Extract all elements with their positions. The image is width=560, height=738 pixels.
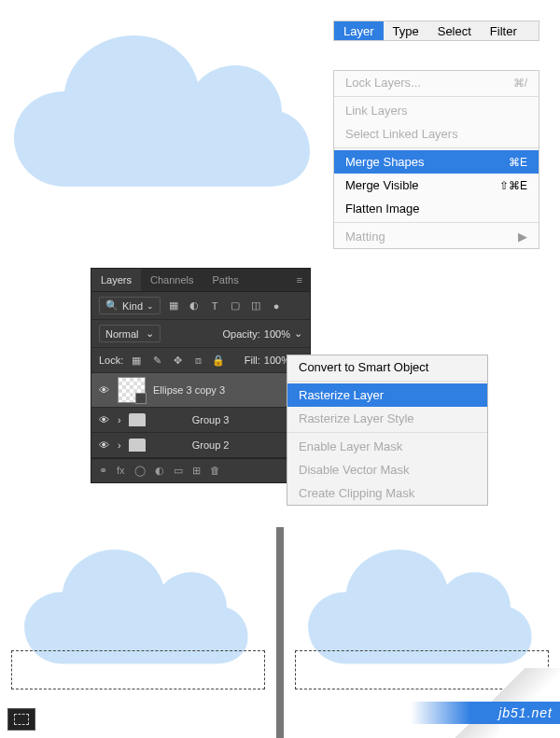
trash-icon[interactable]: 🗑	[210, 465, 220, 477]
visibility-icon[interactable]: 👁	[97, 439, 110, 451]
menu-matting: Matting▶	[334, 225, 539, 248]
tab-paths[interactable]: Paths	[203, 269, 248, 291]
menu-layer[interactable]: Layer	[334, 21, 384, 40]
ctx-disable-vector-mask: Disable Vector Mask	[287, 458, 487, 481]
ctx-convert-smart-object[interactable]: Convert to Smart Object	[287, 355, 487, 379]
layer-thumbnail[interactable]	[118, 377, 146, 403]
layer-group-3[interactable]: 👁 › Group 3	[91, 408, 310, 433]
adjustment-icon[interactable]: ◐	[155, 465, 164, 477]
layer-group-2[interactable]: 👁 › Group 2	[91, 433, 310, 458]
layer-name: Group 2	[192, 439, 230, 451]
lock-brush-icon[interactable]: ✎	[149, 353, 164, 368]
tab-layers[interactable]: Layers	[91, 269, 141, 291]
panel-menu-icon[interactable]: ≡	[289, 269, 310, 291]
group-icon[interactable]: ▭	[174, 465, 183, 477]
filter-smart-icon[interactable]: ◫	[248, 299, 263, 313]
lock-artboard-icon[interactable]: ⧈	[190, 353, 205, 368]
fx-icon[interactable]: fx	[117, 465, 125, 477]
app-menubar: Layer Type Select Filter	[333, 21, 539, 41]
menu-type[interactable]: Type	[384, 21, 428, 40]
layer-name: Group 3	[192, 414, 230, 425]
lock-position-icon[interactable]: ✥	[170, 353, 185, 368]
mask-icon[interactable]: ◯	[134, 465, 146, 477]
menu-link-layers: Link Layers	[334, 99, 539, 122]
lock-all-icon[interactable]: 🔒	[211, 353, 226, 368]
menu-lock-layers: Lock Layers...⌘/	[334, 71, 539, 94]
ctx-create-clipping-mask: Create Clipping Mask	[287, 481, 487, 505]
blend-mode-select[interactable]: Normal⌄	[99, 325, 161, 342]
ctx-enable-layer-mask: Enable Layer Mask	[287, 435, 487, 458]
new-layer-icon[interactable]: ⊞	[192, 465, 201, 477]
ctx-rasterize-layer[interactable]: Rasterize Layer	[287, 383, 487, 407]
opacity-value[interactable]: 100%	[264, 328, 290, 340]
menu-filter[interactable]: Filter	[481, 21, 526, 40]
layer-ellipse-3-copy-3[interactable]: 👁 Ellipse 3 copy 3	[91, 373, 310, 408]
disclosure-icon[interactable]: ›	[118, 439, 121, 451]
layers-panel: Layers Channels Paths ≡ 🔍Kind⌄ ▦ ◐ T ▢ ◫…	[91, 268, 311, 483]
marquee-selection	[11, 650, 265, 689]
filter-kind[interactable]: 🔍Kind⌄	[99, 297, 161, 314]
filter-type-icon[interactable]: T	[207, 299, 222, 313]
layer-name: Ellipse 3 copy 3	[153, 384, 225, 396]
link-layers-icon[interactable]: ⚭	[99, 465, 107, 477]
menu-merge-shapes[interactable]: Merge Shapes⌘E	[334, 150, 539, 174]
folder-icon	[129, 413, 146, 426]
menu-select[interactable]: Select	[428, 21, 481, 40]
filter-shape-icon[interactable]: ▢	[228, 299, 243, 313]
lock-transparency-icon[interactable]: ▦	[129, 353, 144, 368]
opacity-label: Opacity:	[223, 328, 260, 340]
watermark: jb51.net 脚本之家	[498, 705, 553, 736]
submenu-arrow-icon: ▶	[518, 230, 527, 244]
menu-flatten[interactable]: Flatten Image	[334, 197, 539, 220]
visibility-icon[interactable]: 👁	[97, 414, 110, 425]
menu-select-linked: Select Linked Layers	[334, 122, 539, 146]
layer-context-menu: Convert to Smart Object Rasterize Layer …	[287, 355, 488, 506]
filter-toggle-icon[interactable]: ●	[269, 299, 284, 313]
folder-icon	[129, 439, 146, 452]
filter-pixel-icon[interactable]: ▦	[166, 299, 181, 313]
ctx-rasterize-style: Rasterize Layer Style	[287, 407, 487, 430]
layer-dropdown: Lock Layers...⌘/ Link Layers Select Link…	[333, 70, 539, 249]
artboard-left	[0, 527, 276, 738]
disclosure-icon[interactable]: ›	[118, 414, 121, 425]
menu-merge-visible[interactable]: Merge Visible⇧⌘E	[334, 174, 539, 197]
lock-label: Lock:	[99, 355, 123, 366]
cloud-illustration	[9, 28, 317, 196]
tab-channels[interactable]: Channels	[141, 269, 203, 291]
fill-label: Fill:	[245, 355, 260, 366]
rectangular-marquee-tool[interactable]	[7, 708, 35, 731]
filter-adjust-icon[interactable]: ◐	[187, 299, 202, 313]
visibility-icon[interactable]: 👁	[97, 384, 110, 396]
